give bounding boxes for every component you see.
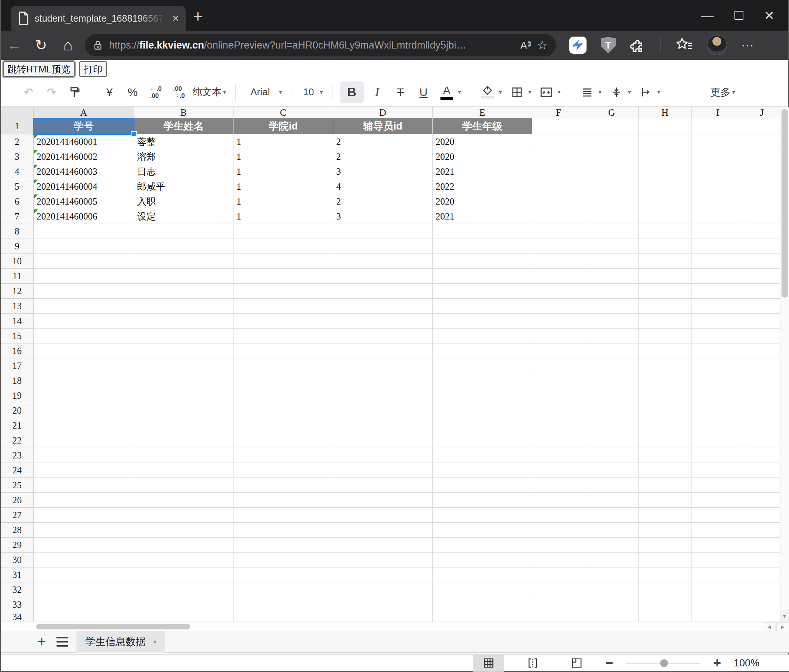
undo-icon[interactable]: ↶ <box>19 81 38 103</box>
cell[interactable] <box>639 583 692 597</box>
row-header[interactable]: 2 <box>1 134 34 149</box>
cell[interactable] <box>233 239 333 254</box>
cell[interactable] <box>532 284 585 299</box>
cell[interactable] <box>585 567 639 583</box>
chevron-down-icon[interactable]: ▾ <box>320 88 323 96</box>
cell[interactable] <box>433 463 532 478</box>
data-cell[interactable]: 郎咸平 <box>134 179 233 194</box>
cell[interactable] <box>433 583 532 597</box>
cell[interactable] <box>134 538 233 553</box>
cell[interactable] <box>744 508 780 523</box>
cell[interactable] <box>692 194 744 209</box>
cell[interactable] <box>639 269 692 284</box>
data-cell[interactable]: 设定 <box>134 209 233 224</box>
row-header[interactable]: 7 <box>1 209 34 224</box>
cell[interactable] <box>639 597 692 612</box>
chevron-down-icon[interactable]: ▾ <box>223 88 227 96</box>
settings-menu-icon[interactable]: ⋯ <box>741 38 755 53</box>
cell[interactable] <box>692 508 744 523</box>
data-cell[interactable]: 2020141460001 <box>34 134 134 149</box>
cell[interactable] <box>134 314 233 328</box>
cell[interactable] <box>692 328 744 344</box>
cell[interactable] <box>639 149 692 164</box>
browser-tab[interactable]: student_template_168819656736 × <box>11 6 186 30</box>
add-sheet-button[interactable]: + <box>37 633 46 650</box>
cell[interactable] <box>34 224 134 239</box>
cell[interactable] <box>433 224 532 239</box>
cell[interactable] <box>134 508 233 523</box>
cell[interactable] <box>233 583 333 597</box>
data-cell[interactable]: 溶郑 <box>134 149 233 164</box>
cell[interactable] <box>134 269 233 284</box>
cell[interactable] <box>34 448 134 463</box>
cell[interactable] <box>692 583 744 597</box>
cell[interactable] <box>34 597 134 612</box>
cell[interactable] <box>333 567 433 583</box>
cell[interactable] <box>233 224 333 239</box>
cell[interactable] <box>333 284 433 299</box>
cell[interactable] <box>233 567 333 583</box>
cell[interactable] <box>233 612 333 622</box>
vertical-align-button[interactable] <box>607 81 626 103</box>
cell[interactable] <box>744 553 780 567</box>
cell[interactable] <box>233 314 333 328</box>
cell[interactable] <box>744 418 780 433</box>
cell[interactable] <box>532 314 585 328</box>
cell[interactable] <box>585 418 639 433</box>
cell[interactable] <box>692 433 744 448</box>
cell[interactable] <box>233 418 333 433</box>
cell[interactable] <box>333 478 433 493</box>
cell[interactable] <box>585 597 639 612</box>
cell[interactable] <box>433 239 532 254</box>
cell[interactable] <box>532 597 585 612</box>
cell[interactable] <box>333 553 433 567</box>
cell[interactable] <box>692 448 744 463</box>
cell[interactable] <box>532 463 585 478</box>
row-header[interactable]: 22 <box>1 433 34 448</box>
row-header[interactable]: 31 <box>1 567 34 583</box>
scroll-down-button[interactable]: ▾ <box>780 610 789 622</box>
cell[interactable] <box>532 403 585 418</box>
cell[interactable] <box>692 164 744 179</box>
zoom-slider-thumb[interactable] <box>660 659 668 667</box>
cell[interactable] <box>692 388 744 403</box>
cell[interactable] <box>585 612 639 622</box>
cell[interactable] <box>333 269 433 284</box>
cell[interactable] <box>333 597 433 612</box>
cell[interactable] <box>744 118 780 134</box>
cell[interactable] <box>532 567 585 583</box>
cell[interactable] <box>34 418 134 433</box>
cell[interactable] <box>134 254 233 269</box>
cell[interactable] <box>333 299 433 314</box>
cell[interactable] <box>585 134 639 149</box>
cell[interactable] <box>433 493 532 508</box>
cell[interactable] <box>639 567 692 583</box>
url-bar[interactable]: https://file.kkview.cn/onlinePreview?url… <box>85 34 556 56</box>
cell[interactable] <box>34 388 134 403</box>
cell[interactable] <box>692 538 744 553</box>
cell[interactable] <box>532 149 585 164</box>
cell[interactable] <box>233 269 333 284</box>
row-header[interactable]: 21 <box>1 418 34 433</box>
cell[interactable] <box>333 314 433 328</box>
cell[interactable] <box>744 149 780 164</box>
cell[interactable] <box>639 224 692 239</box>
cell[interactable] <box>34 612 134 622</box>
scroll-right-button[interactable]: ▸ <box>776 623 789 631</box>
borders-button[interactable] <box>507 81 527 103</box>
new-tab-button[interactable]: + <box>193 8 203 25</box>
column-header[interactable]: G <box>585 107 639 118</box>
cell[interactable] <box>585 553 639 567</box>
cell[interactable] <box>585 164 639 179</box>
chevron-down-icon[interactable]: ▾ <box>279 88 283 96</box>
data-cell[interactable]: 2022 <box>433 179 532 194</box>
row-header[interactable]: 32 <box>1 583 34 597</box>
cell[interactable] <box>333 538 433 553</box>
cell[interactable] <box>34 433 134 448</box>
cell[interactable] <box>34 344 134 358</box>
cell[interactable] <box>433 328 532 344</box>
cell[interactable] <box>233 448 333 463</box>
cell[interactable] <box>333 403 433 418</box>
cell[interactable] <box>692 373 744 388</box>
cell[interactable] <box>585 269 639 284</box>
